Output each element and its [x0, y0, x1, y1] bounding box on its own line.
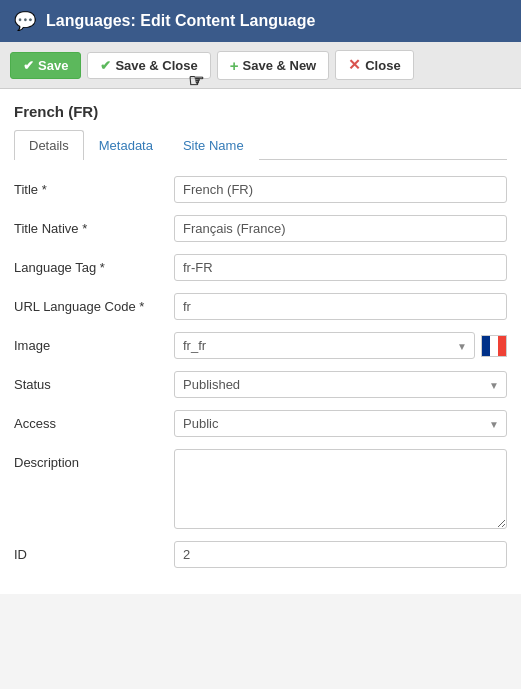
toolbar: ✔ Save ✔ Save & Close ☞ + Save & New ✕ C…: [0, 42, 521, 89]
form: Title * Title Native * Language Tag * UR…: [14, 176, 507, 568]
description-textarea[interactable]: [174, 449, 507, 529]
title-native-input[interactable]: [174, 215, 507, 242]
close-label: Close: [365, 58, 400, 73]
language-tag-row: Language Tag *: [14, 254, 507, 281]
save-close-check-icon: ✔: [100, 58, 111, 73]
header-icon: 💬: [14, 10, 36, 32]
close-x-icon: ✕: [348, 56, 361, 74]
status-label: Status: [14, 371, 174, 392]
close-button[interactable]: ✕ Close: [335, 50, 413, 80]
image-select-wrapper: fr_fr ▼: [174, 332, 475, 359]
description-row: Description: [14, 449, 507, 529]
save-new-label: Save & New: [243, 58, 317, 73]
flag-red-stripe: [498, 336, 506, 356]
url-lang-code-label: URL Language Code *: [14, 293, 174, 314]
description-label: Description: [14, 449, 174, 470]
title-field: [174, 176, 507, 203]
content-area: French (FR) Details Metadata Site Name T…: [0, 89, 521, 594]
title-native-row: Title Native *: [14, 215, 507, 242]
page-title: Languages: Edit Content Language: [46, 12, 315, 30]
save-new-plus-icon: +: [230, 57, 239, 74]
title-native-field: [174, 215, 507, 242]
image-label: Image: [14, 332, 174, 353]
access-select[interactable]: Public Registered Special Guest: [174, 410, 507, 437]
id-input[interactable]: [174, 541, 507, 568]
url-lang-code-input[interactable]: [174, 293, 507, 320]
access-label: Access: [14, 410, 174, 431]
flag-blue-stripe: [482, 336, 490, 356]
save-label: Save: [38, 58, 68, 73]
save-close-label: Save & Close: [115, 58, 197, 73]
id-row: ID: [14, 541, 507, 568]
tab-details[interactable]: Details: [14, 130, 84, 160]
url-lang-code-row: URL Language Code *: [14, 293, 507, 320]
save-close-button[interactable]: ✔ Save & Close ☞: [87, 52, 210, 79]
tab-metadata[interactable]: Metadata: [84, 130, 168, 160]
save-icon: ✔: [23, 58, 34, 73]
save-new-button[interactable]: + Save & New: [217, 51, 329, 80]
status-field: Published Unpublished Trashed ▼: [174, 371, 507, 398]
title-row: Title *: [14, 176, 507, 203]
image-field: fr_fr ▼: [174, 332, 507, 359]
url-lang-code-field: [174, 293, 507, 320]
tabs: Details Metadata Site Name: [14, 130, 507, 160]
description-field: [174, 449, 507, 529]
flag-white-stripe: [490, 336, 498, 356]
image-select[interactable]: fr_fr: [174, 332, 475, 359]
language-tag-field: [174, 254, 507, 281]
page-header: 💬 Languages: Edit Content Language: [0, 0, 521, 42]
record-title: French (FR): [14, 103, 507, 120]
title-label: Title *: [14, 176, 174, 197]
id-field: [174, 541, 507, 568]
title-input[interactable]: [174, 176, 507, 203]
french-flag: [481, 335, 507, 357]
language-tag-input[interactable]: [174, 254, 507, 281]
language-tag-label: Language Tag *: [14, 254, 174, 275]
status-select[interactable]: Published Unpublished Trashed: [174, 371, 507, 398]
access-field: Public Registered Special Guest ▼: [174, 410, 507, 437]
status-select-wrapper: Published Unpublished Trashed ▼: [174, 371, 507, 398]
id-label: ID: [14, 541, 174, 562]
tab-sitename[interactable]: Site Name: [168, 130, 259, 160]
title-native-label: Title Native *: [14, 215, 174, 236]
save-button[interactable]: ✔ Save: [10, 52, 81, 79]
status-row: Status Published Unpublished Trashed ▼: [14, 371, 507, 398]
access-row: Access Public Registered Special Guest ▼: [14, 410, 507, 437]
access-select-wrapper: Public Registered Special Guest ▼: [174, 410, 507, 437]
image-row: Image fr_fr ▼: [14, 332, 507, 359]
